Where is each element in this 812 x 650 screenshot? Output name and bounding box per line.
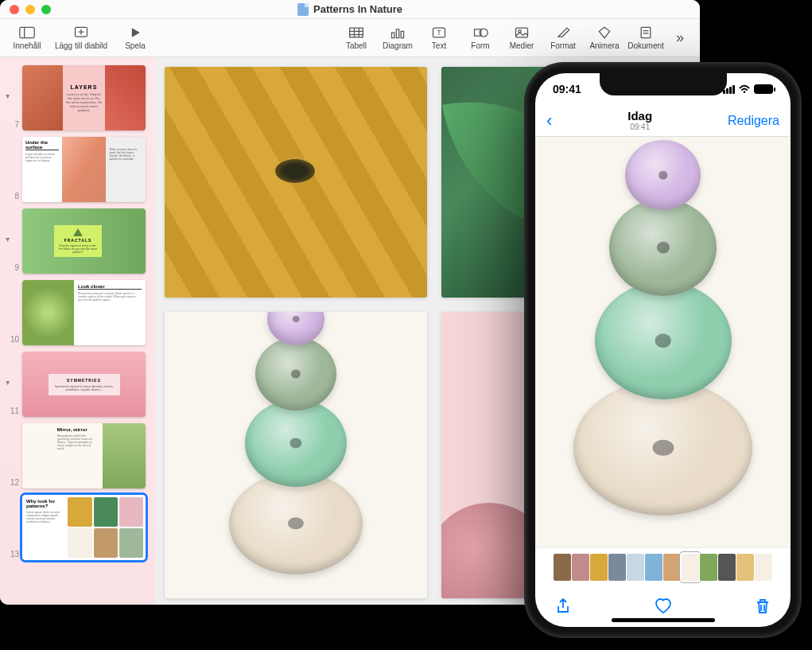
- sidebar-icon: [18, 25, 36, 40]
- text-icon: T: [430, 25, 448, 40]
- slide-number: 10: [5, 335, 19, 345]
- toolbar-label: Animera: [589, 41, 619, 50]
- strip-thumb[interactable]: [682, 554, 699, 581]
- play-icon: [126, 25, 144, 40]
- table-icon: [348, 25, 365, 40]
- slide-number: 11: [5, 407, 19, 417]
- disclosure-icon[interactable]: ▸: [4, 95, 13, 99]
- disclosure-icon[interactable]: ▸: [4, 238, 13, 242]
- slide-number: 9: [5, 263, 19, 274]
- status-time: 09:41: [553, 83, 581, 95]
- zoom-window-button[interactable]: [41, 5, 51, 14]
- minimize-window-button[interactable]: [25, 5, 35, 14]
- disclosure-icon[interactable]: ▸: [4, 381, 13, 385]
- keynote-doc-icon: [297, 3, 309, 16]
- canvas-image-honeycomb[interactable]: [165, 67, 427, 298]
- svg-rect-12: [396, 29, 398, 38]
- toolbar-document[interactable]: Dokument: [627, 21, 665, 56]
- toolbar-shape[interactable]: Form: [461, 21, 499, 56]
- svg-rect-11: [392, 33, 394, 38]
- slide-thumbnail[interactable]: Under the surfaceIt gets smaller as mini…: [22, 137, 146, 202]
- svg-rect-0: [20, 27, 34, 37]
- iphone-screen: 09:41 ‹ Idag 09:41 Redigera: [535, 73, 791, 627]
- nav-title: Idag 09:41: [627, 110, 652, 132]
- toolbar-chart[interactable]: Diagram: [379, 21, 417, 56]
- strip-thumb[interactable]: [608, 554, 626, 581]
- toolbar-add-slide[interactable]: Lägg till diabild: [49, 21, 113, 56]
- photos-nav-bar: ‹ Idag 09:41 Redigera: [535, 105, 791, 137]
- strip-thumb[interactable]: [718, 554, 736, 581]
- toolbar-label: Medier: [510, 41, 534, 50]
- strip-thumb[interactable]: [663, 554, 681, 581]
- titlebar: Patterns In Nature: [0, 0, 700, 19]
- toolbar-label: Tabell: [346, 41, 367, 50]
- slide-thumb-12[interactable]: 12 Mirror, mirrorMany plants exhibit thi…: [5, 423, 150, 488]
- toolbar-media[interactable]: Medier: [503, 21, 541, 56]
- delete-button[interactable]: [752, 596, 773, 617]
- toolbar-innehall[interactable]: Innehåll: [8, 21, 46, 56]
- photo-viewer[interactable]: [535, 137, 791, 547]
- toolbar-label: Spela: [125, 41, 146, 50]
- chart-icon: [389, 25, 406, 40]
- slide-thumb-9[interactable]: ▸ 9 FRACTALSFractals repeat at every sca…: [5, 208, 150, 274]
- toolbar-overflow[interactable]: »: [668, 29, 692, 46]
- slide-thumb-11[interactable]: ▸ 11 SYMMETRIESSymmetries abound in natu…: [5, 352, 150, 417]
- strip-thumb[interactable]: [736, 554, 754, 581]
- toolbar-label: Lägg till diabild: [55, 41, 107, 50]
- canvas-image-urchins[interactable]: [165, 312, 427, 598]
- slide-navigator[interactable]: ▸ 7 LAYERSLorem is sit do. They be the a…: [0, 57, 155, 605]
- svg-marker-5: [132, 28, 140, 37]
- slide-thumb-8[interactable]: 8 Under the surfaceIt gets smaller as mi…: [5, 137, 150, 202]
- svg-rect-18: [516, 28, 528, 37]
- strip-thumb[interactable]: [590, 554, 608, 581]
- slide-thumbnail-selected[interactable]: Why look for patterns?Lorem ipsum dolor …: [22, 495, 146, 560]
- svg-rect-6: [350, 28, 363, 37]
- slide-thumb-7[interactable]: ▸ 7 LAYERSLorem is sit do. They be the a…: [5, 65, 150, 130]
- strip-thumb[interactable]: [645, 554, 662, 581]
- close-window-button[interactable]: [10, 5, 19, 14]
- photo-thumbnail-strip[interactable]: [535, 547, 791, 586]
- strip-thumb[interactable]: [572, 554, 589, 581]
- toolbar: Innehåll Lägg till diabild Spela Tabell …: [0, 19, 700, 57]
- toolbar-table[interactable]: Tabell: [337, 21, 375, 56]
- slide-thumbnail[interactable]: SYMMETRIESSymmetries abound in nature. A…: [22, 352, 146, 417]
- wifi-icon: [738, 83, 751, 95]
- toolbar-label: Format: [550, 41, 576, 50]
- slide-thumbnail[interactable]: Look closerRomanesco broccoli a fractal.…: [22, 280, 146, 345]
- share-button[interactable]: [553, 596, 573, 617]
- media-icon: [513, 25, 530, 40]
- strip-thumb[interactable]: [700, 554, 717, 581]
- svg-rect-13: [401, 31, 403, 37]
- toolbar-play[interactable]: Spela: [116, 21, 154, 56]
- slide-number: 12: [5, 478, 19, 488]
- favorite-button[interactable]: [653, 596, 674, 617]
- toolbar-text[interactable]: T Text: [420, 21, 458, 56]
- home-indicator[interactable]: [612, 618, 715, 622]
- battery-icon: [754, 84, 773, 94]
- back-button[interactable]: ‹: [546, 111, 552, 131]
- doc-icon: [637, 25, 655, 40]
- toolbar-label: Innehåll: [13, 41, 41, 50]
- toolbar-label: Text: [432, 41, 446, 50]
- document-title-text: Patterns In Nature: [313, 3, 402, 15]
- brush-icon: [554, 25, 572, 40]
- slide-thumb-10[interactable]: 10 Look closerRomanesco broccoli a fract…: [5, 280, 150, 345]
- slide-number: 13: [5, 550, 19, 560]
- notch: [600, 73, 727, 95]
- slide-thumb-13[interactable]: 13 Why look for patterns?Lorem ipsum dol…: [5, 495, 150, 560]
- document-title: Patterns In Nature: [0, 3, 700, 16]
- toolbar-animate[interactable]: Animera: [585, 21, 624, 56]
- toolbar-format[interactable]: Format: [544, 21, 582, 56]
- shape-icon: [472, 25, 489, 40]
- slide-thumbnail[interactable]: FRACTALSFractals repeat at every scale. …: [22, 208, 146, 274]
- toolbar-label: Dokument: [627, 41, 664, 50]
- slide-thumbnail[interactable]: LAYERSLorem is sit do. They be the amet …: [22, 65, 146, 130]
- toolbar-label: Diagram: [383, 41, 413, 50]
- strip-thumb[interactable]: [554, 554, 571, 581]
- strip-thumb[interactable]: [627, 554, 644, 581]
- slide-thumbnail[interactable]: Mirror, mirrorMany plants exhibit this s…: [22, 423, 146, 488]
- strip-thumb[interactable]: [755, 554, 772, 581]
- slide-number: 7: [5, 120, 19, 130]
- nav-subtitle-text: 09:41: [627, 123, 652, 131]
- edit-button[interactable]: Redigera: [728, 114, 779, 128]
